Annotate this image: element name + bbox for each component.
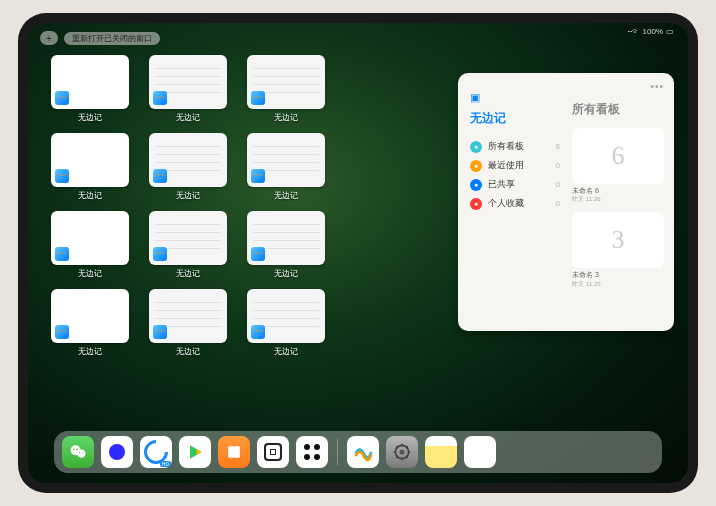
battery-icon: ▭ <box>666 27 674 36</box>
list-label: 最近使用 <box>488 159 524 172</box>
svg-line-18 <box>396 446 398 448</box>
dock-app-settings[interactable] <box>386 436 418 468</box>
plus-icon: + <box>46 33 52 44</box>
list-count: 0 <box>556 161 560 170</box>
sidebar-item[interactable]: ●最近使用0 <box>470 156 560 175</box>
dock-divider <box>337 439 338 465</box>
dock: HD <box>54 431 662 473</box>
panel-nav: ▣ 无边记 ●所有看板8●最近使用0●已共享0●个人收藏0 <box>458 73 566 331</box>
app-window[interactable]: 无边记 <box>144 55 232 123</box>
reopen-closed-window-button[interactable]: 重新打开已关闭的窗口 <box>64 32 160 45</box>
app-window[interactable]: 无边记 <box>46 133 134 201</box>
app-switcher-grid: 无边记无边记无边记无边记无边记无边记无边记无边记无边记无边记无边记无边记 <box>46 55 426 357</box>
svg-line-19 <box>406 456 408 458</box>
freeform-icon <box>55 169 69 183</box>
category-icon: ● <box>470 160 482 172</box>
app-window[interactable]: 无边记 <box>46 55 134 123</box>
window-label: 无边记 <box>274 268 298 279</box>
window-label: 无边记 <box>176 346 200 357</box>
app-window[interactable]: 无边记 <box>242 133 330 201</box>
dock-app-blue-circle[interactable] <box>101 436 133 468</box>
freeform-icon <box>55 91 69 105</box>
app-window[interactable]: 无边记 <box>242 289 330 357</box>
svg-marker-9 <box>197 449 202 456</box>
svg-point-13 <box>400 450 405 455</box>
window-thumbnail[interactable] <box>247 133 325 187</box>
list-label: 已共享 <box>488 178 515 191</box>
window-label: 无边记 <box>176 268 200 279</box>
freeform-icon <box>251 325 265 339</box>
window-label: 无边记 <box>176 190 200 201</box>
svg-point-4 <box>79 452 80 453</box>
window-label: 无边记 <box>274 346 298 357</box>
category-icon: ● <box>470 198 482 210</box>
window-thumbnail[interactable] <box>51 289 129 343</box>
sidebar-item[interactable]: ●已共享0 <box>470 175 560 194</box>
new-window-button[interactable]: + <box>40 31 58 45</box>
sidebar-item[interactable]: ●个人收藏0 <box>470 194 560 213</box>
sidebar-item[interactable]: ●所有看板8 <box>470 137 560 156</box>
dock-app-dice[interactable] <box>257 436 289 468</box>
list-count: 0 <box>556 199 560 208</box>
board-card[interactable]: 6未命名 6昨天 11:26 <box>572 128 664 204</box>
dock-app-dots[interactable] <box>296 436 328 468</box>
dock-app-wechat[interactable] <box>62 436 94 468</box>
battery-label: 100% <box>643 27 663 36</box>
app-window[interactable]: 无边记 <box>144 211 232 279</box>
board-name: 未命名 3 <box>572 271 664 279</box>
window-thumbnail[interactable] <box>149 55 227 109</box>
dock-app-notes[interactable] <box>425 436 457 468</box>
svg-rect-10 <box>228 446 234 458</box>
freeform-icon <box>55 247 69 261</box>
freeform-icon <box>153 91 167 105</box>
status-bar: ⋯ᯤ 100% ▭ <box>628 27 674 36</box>
svg-point-1 <box>77 450 85 458</box>
panel-right-title: 所有看板 <box>572 101 664 118</box>
window-thumbnail[interactable] <box>51 211 129 265</box>
app-window[interactable]: 无边记 <box>46 211 134 279</box>
window-label: 无边记 <box>274 112 298 123</box>
dock-app-qq-browser[interactable]: HD <box>140 436 172 468</box>
panel-left-title: 无边记 <box>470 110 560 127</box>
window-thumbnail[interactable] <box>247 55 325 109</box>
dock-app-books[interactable] <box>218 436 250 468</box>
dock-app-play[interactable] <box>179 436 211 468</box>
app-window[interactable]: 无边记 <box>144 133 232 201</box>
window-thumbnail[interactable] <box>247 211 325 265</box>
freeform-icon <box>251 169 265 183</box>
category-icon: ● <box>470 141 482 153</box>
window-label: 无边记 <box>176 112 200 123</box>
dock-app-freeform[interactable] <box>347 436 379 468</box>
freeform-icon <box>55 325 69 339</box>
board-time: 昨天 11:26 <box>572 195 664 204</box>
sidebar-header-icon: ▣ <box>470 91 480 104</box>
app-window[interactable]: 无边记 <box>46 289 134 357</box>
board-time: 昨天 11:25 <box>572 280 664 289</box>
panel-boards: 所有看板 6未命名 6昨天 11:263未命名 3昨天 11:25 <box>566 73 674 331</box>
window-thumbnail[interactable] <box>51 133 129 187</box>
window-label: 无边记 <box>78 268 102 279</box>
hd-badge: HD <box>160 461 171 467</box>
app-window[interactable]: 无边记 <box>144 289 232 357</box>
app-window[interactable]: 无边记 <box>242 211 330 279</box>
freeform-sidebar-panel[interactable]: ••• ▣ 无边记 ●所有看板8●最近使用0●已共享0●个人收藏0 所有看板 6… <box>458 73 674 331</box>
list-count: 8 <box>556 142 560 151</box>
window-thumbnail[interactable] <box>247 289 325 343</box>
window-thumbnail[interactable] <box>149 133 227 187</box>
list-count: 0 <box>556 180 560 189</box>
reopen-label: 重新打开已关闭的窗口 <box>72 34 152 43</box>
board-card[interactable]: 3未命名 3昨天 11:25 <box>572 212 664 288</box>
app-window[interactable]: 无边记 <box>242 55 330 123</box>
window-thumbnail[interactable] <box>149 211 227 265</box>
freeform-icon <box>153 169 167 183</box>
freeform-icon <box>251 91 265 105</box>
board-name: 未命名 6 <box>572 187 664 195</box>
top-controls: + 重新打开已关闭的窗口 <box>40 31 160 45</box>
category-icon: ● <box>470 179 482 191</box>
window-label: 无边记 <box>78 346 102 357</box>
window-thumbnail[interactable] <box>149 289 227 343</box>
board-thumbnail: 6 <box>572 128 664 184</box>
dock-app-library[interactable] <box>464 436 496 468</box>
window-thumbnail[interactable] <box>51 55 129 109</box>
more-icon[interactable]: ••• <box>650 81 664 92</box>
